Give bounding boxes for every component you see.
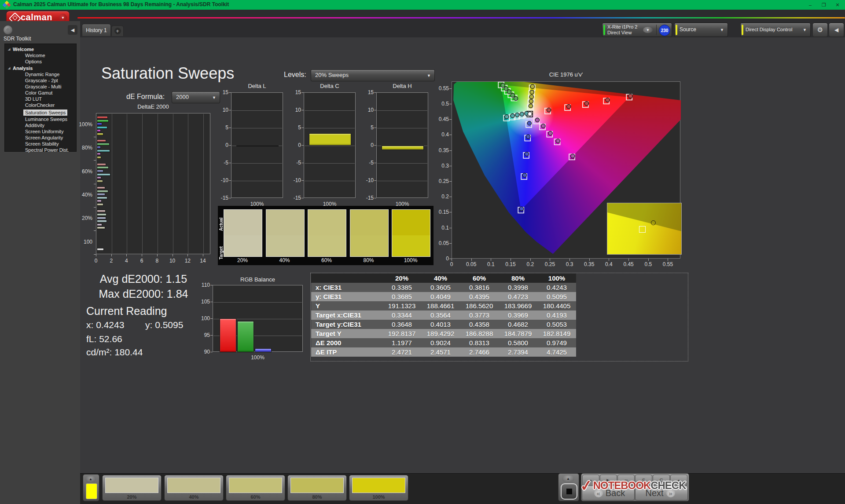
rgb-balance-plot	[213, 285, 303, 352]
pattern-button-100%[interactable]: 100%	[349, 475, 408, 501]
category-label: 100%	[213, 354, 303, 361]
sidebar-item-screen-uniformity[interactable]: Screen Uniformity	[5, 128, 76, 135]
meter-line2: Direct View	[607, 30, 632, 35]
table-cell: 180.4405	[537, 301, 576, 310]
table-row: Target y:CIE310.36480.40130.43580.46820.…	[311, 320, 576, 329]
stop-up-button[interactable]: ▲	[562, 475, 574, 482]
display-control-dropdown[interactable]: Direct Display Control ▼	[740, 23, 811, 37]
table-header-cell: 20%	[382, 274, 421, 283]
y-tick-label: 10	[214, 107, 228, 113]
tab-history-1[interactable]: History 1	[82, 24, 111, 36]
swatch-label: 80%	[345, 257, 392, 263]
delta_l-title: Delta L	[231, 83, 283, 89]
axis-tick	[301, 145, 304, 146]
notebookcheck-watermark: ✓ NOTEBOOK CHECK	[580, 476, 690, 495]
current-pattern-swatch[interactable]	[86, 483, 97, 499]
reading-cdm2: cd/m²: 180.44	[86, 347, 143, 358]
cie-x-tick-label: 0.25	[542, 261, 558, 267]
sidebar-item-options[interactable]: Options	[5, 58, 76, 65]
close-button[interactable]: ✕	[831, 0, 844, 10]
sidebar-item-grayscale-2pt[interactable]: Grayscale - 2pt	[5, 77, 76, 84]
sidebar-item-color-gamut[interactable]: Color Gamut	[5, 90, 76, 96]
measured-marker	[520, 112, 524, 116]
minimize-button[interactable]: –	[804, 0, 817, 10]
sidebar-item-colorchecker[interactable]: ColorChecker	[5, 102, 76, 108]
sidebar-item-dynamic-range[interactable]: Dynamic Range	[5, 71, 76, 77]
table-cell: 0.9749	[537, 338, 576, 347]
settings-button[interactable]: ⚙	[812, 23, 828, 37]
tab-add-button[interactable]: +	[111, 26, 124, 36]
chevron-left-icon: ◀	[71, 27, 74, 33]
table-row: Target x:CIE310.33440.35640.37730.39690.…	[311, 310, 576, 320]
workflow-radio-button[interactable]	[4, 26, 12, 34]
pattern-color	[290, 478, 344, 493]
row-label: y: CIE31	[311, 292, 382, 301]
y-tick-label: -10	[214, 177, 228, 183]
y-tick-label: -5	[214, 160, 228, 166]
pattern-label: 40%	[165, 494, 223, 500]
tree-group-analysis[interactable]: ◢Analysis	[5, 65, 76, 71]
page-title: Saturation Sweeps	[101, 64, 234, 83]
maximize-button[interactable]: ❐	[817, 0, 830, 10]
gridline	[188, 114, 188, 253]
sidebar-item-screen-stability[interactable]: Screen Stability	[5, 141, 76, 147]
axis-tick	[452, 259, 452, 261]
source-label: Source	[680, 26, 696, 33]
table-cell: 0.4193	[537, 310, 576, 320]
pattern-button-80%[interactable]: 80%	[287, 475, 347, 501]
swatch-actual	[392, 210, 430, 235]
cie-x-tick-label: 0.3	[562, 261, 577, 267]
gridline	[305, 146, 355, 146]
axis-tick	[229, 110, 231, 110]
deltae-bar	[97, 217, 106, 219]
meter-exposure-badge[interactable]: 230	[659, 25, 670, 36]
measured-marker	[504, 87, 508, 91]
sidebar-item-saturation-sweeps[interactable]: Saturation Sweeps	[23, 110, 67, 116]
axis-tick	[210, 335, 213, 336]
sidebar-item-additivity[interactable]: Additivity	[5, 122, 76, 128]
sidebar-item-spectral-power-dist-[interactable]: Spectral Power Dist.	[5, 147, 76, 153]
table-cell: 0.5800	[499, 338, 537, 347]
sidebar-item-3d-lut[interactable]: 3D LUT	[5, 96, 76, 102]
measured-marker	[526, 135, 530, 139]
inset-measured-marker	[651, 220, 656, 225]
sidebar-item-grayscale-multi[interactable]: Grayscale - Multi	[5, 84, 76, 90]
calman-menu-chevron[interactable]: ▼	[59, 14, 67, 22]
deltae-bar	[97, 146, 101, 149]
x-tick-label: 10	[167, 258, 178, 264]
pattern-up-button[interactable]: ▲	[85, 476, 96, 482]
y-tick-label: 10	[287, 107, 301, 113]
sidebar-item-welcome[interactable]: Welcome	[5, 52, 76, 58]
pattern-color	[167, 478, 220, 493]
table-cell: 0.4358	[460, 320, 499, 329]
table-cell: 0.4049	[421, 292, 460, 301]
axis-tick	[449, 212, 452, 212]
meter-separator	[656, 25, 657, 35]
formula-dropdown[interactable]: 2000 ▼	[172, 91, 220, 103]
pattern-button-40%[interactable]: 40%	[164, 475, 224, 501]
axis-tick	[229, 145, 231, 146]
x-tick-label: 14	[198, 258, 208, 264]
pattern-button-20%[interactable]: 20%	[102, 475, 162, 501]
swatch-target	[308, 235, 346, 256]
sidebar-item-luminance-sweeps[interactable]: Luminance Sweeps	[5, 116, 76, 122]
table-cell: 0.3564	[421, 310, 460, 320]
y-tick-label: 15	[287, 89, 301, 95]
category-label: 100%	[231, 201, 283, 207]
source-dropdown[interactable]: Source ▼	[674, 23, 728, 37]
tree-group-welcome[interactable]: ◢Welcome	[5, 46, 76, 52]
collapse-panel-button[interactable]: ◀	[829, 23, 844, 37]
rainbow-stripe	[77, 17, 845, 18]
sidebar-item-screen-angularity[interactable]: Screen Angularity	[5, 135, 76, 141]
y-tick-label: -10	[287, 177, 301, 183]
pattern-mini-panel: ▲	[83, 474, 99, 501]
pattern-button-60%[interactable]: 60%	[226, 475, 285, 501]
stop-button[interactable]	[561, 483, 577, 500]
levels-dropdown[interactable]: 20% Sweeps ▼	[311, 69, 435, 81]
swatch-target	[392, 235, 430, 256]
meter-dropdown[interactable]: X-Rite i1Pro 2 Direct View ▼ 230	[602, 23, 672, 37]
table-cell: 0.4723	[499, 292, 537, 301]
sidebar-collapse-button[interactable]: ◀	[68, 25, 77, 35]
gridline	[158, 114, 158, 253]
deltae-bar	[97, 220, 107, 223]
